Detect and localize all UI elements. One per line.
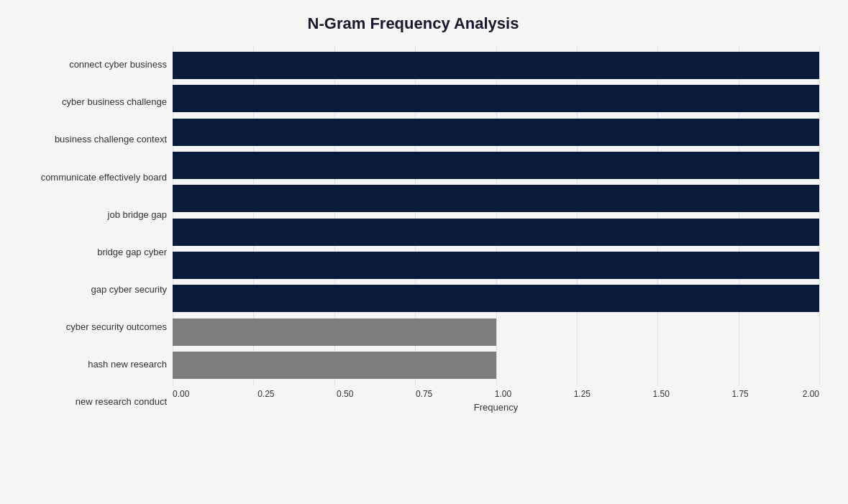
bar-row (173, 249, 819, 282)
bar (173, 52, 819, 79)
bar-row (173, 82, 819, 115)
x-axis-label: Frequency (173, 402, 819, 413)
chart-area: connect cyber businesscyber business cha… (7, 46, 819, 421)
y-axis-label: cyber security outcomes (7, 321, 167, 333)
y-axis-label: hash new research (7, 359, 167, 370)
x-tick: 0.00 (173, 389, 201, 399)
x-ticks: 0.000.250.500.751.001.251.501.752.00 (173, 385, 819, 399)
bar-row (173, 282, 819, 315)
bar-row (173, 349, 819, 382)
x-tick: 1.25 (567, 389, 596, 399)
x-axis: 0.000.250.500.751.001.251.501.752.00 Fre… (173, 385, 819, 421)
bar (173, 85, 819, 112)
y-axis-label: new research conduct (7, 396, 167, 408)
bar (173, 252, 819, 279)
bar (173, 152, 819, 179)
x-tick: 1.75 (726, 389, 754, 399)
x-tick: 1.00 (489, 389, 518, 399)
x-tick: 0.50 (331, 389, 360, 399)
grid-line (819, 46, 820, 385)
chart-title: N-Gram Frequency Analysis (7, 14, 819, 33)
bars-and-x: 0.000.250.500.751.001.251.501.752.00 Fre… (173, 46, 819, 421)
y-axis-label: business challenge context (7, 134, 167, 145)
y-axis-label: job bridge gap (7, 209, 167, 221)
bar-row (173, 215, 819, 248)
y-axis-label: gap cyber security (7, 284, 167, 295)
y-axis-label: bridge gap cyber (7, 247, 167, 258)
bar (173, 319, 496, 346)
x-tick: 1.50 (647, 389, 675, 399)
bar (173, 219, 819, 246)
chart-container: N-Gram Frequency Analysis connect cyber … (0, 0, 848, 504)
bars-wrapper (173, 46, 819, 385)
bar (173, 185, 819, 212)
y-axis-label: cyber business challenge (7, 96, 167, 108)
bar-row (173, 149, 819, 182)
bar (173, 285, 819, 312)
x-tick: 0.25 (252, 389, 281, 399)
bar (173, 119, 819, 146)
bar-row (173, 182, 819, 215)
y-axis-label: communicate effectively board (7, 172, 167, 183)
x-tick: 2.00 (790, 389, 819, 399)
bar-row (173, 49, 819, 82)
y-axis: connect cyber businesscyber business cha… (7, 46, 173, 421)
bar (173, 352, 496, 379)
bars-column (173, 46, 819, 385)
bar-row (173, 116, 819, 149)
x-tick: 0.75 (410, 389, 439, 399)
bar-row (173, 315, 819, 348)
y-axis-label: connect cyber business (7, 59, 167, 70)
